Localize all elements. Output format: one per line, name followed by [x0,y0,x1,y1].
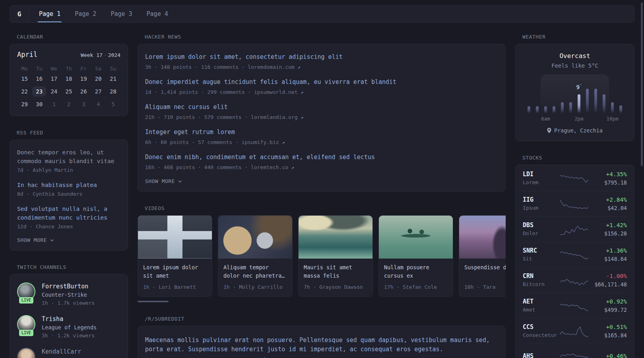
hn-item-domain-link[interactable]: ipsumify.biz [242,139,282,145]
calendar-week-label: Week 17 [81,52,103,58]
calendar-day-grid: 1516171819202122232425262728293012345 [17,73,120,110]
degree-symbol: ° [580,84,582,88]
calendar-day: 17 [47,73,61,85]
hn-item-meta-line: 16h · 468 points · 440 comments · loremt… [145,163,498,172]
stock-sparkline [559,324,589,339]
calendar-day-number: 17 [50,76,57,82]
stocks-widget: STOCKS LDILorem+4.35%$795.18IIGIpsum+2.8… [515,155,634,358]
video-card[interactable]: Aliquam tempor dolor nec pharetra…1h · M… [218,215,293,297]
stock-right: +1.42%$156.28 [589,221,627,237]
stock-row[interactable]: AETAmet+0.92%$499.72 [523,293,627,318]
twitch-channel[interactable]: LIVEForrestBurtonCounter-Strike1h · 1.7k… [17,282,120,307]
hn-item-list: Lorem ipsum dolor sit amet, consectetur … [145,53,498,172]
twitch-avatar-wrap: LIVE [17,315,35,333]
video-card-row: Lorem ipsum dolor sit amet consectetu…1h… [138,215,506,297]
weather-bar-column [600,78,608,113]
hn-item-domain-link[interactable]: ipsumworld.net [254,89,301,95]
rss-show-more-button[interactable]: SHOW MORE [17,237,54,243]
calendar-weekday: Fr [76,65,91,73]
external-link-icon: ↗ [298,64,301,70]
stock-symbol: AHS [523,352,559,358]
stock-symbol: DBS [523,221,559,230]
hn-item-meta-line: 6h · 60 points · 57 comments · ipsumify.… [145,138,498,147]
calendar-day-number: 1 [52,101,56,107]
weather-bar-column [608,78,617,113]
hn-item-title[interactable]: Integer eget rutrum lorem [145,128,498,136]
sub-item-title[interactable]: Maecenas mollis pulvinar erat non posuer… [145,336,498,354]
twitch-channel[interactable]: LIVETrishaLeague of Legends3h · 1.2k vie… [17,315,120,340]
video-card[interactable]: Nullam posuere cursus ex17h · Stefan Col… [378,215,453,297]
calendar-day-number: 18 [66,76,72,82]
stock-name: Lorem [523,179,559,187]
video-meta: 18h · Tara [464,284,506,290]
calendar-day-selected: 23 [32,86,47,97]
rss-item-title[interactable]: In hac habitasse platea [17,181,120,189]
twitch-channel-category: League of Legends [42,323,97,332]
twitch-channel[interactable]: KendallCarr [17,348,120,358]
calendar-weekday: Su [106,65,120,73]
hn-item-meta: 21h · 710 points · 579 comments · [145,114,251,120]
video-meta: 17h · Stefan Cole [384,284,448,290]
stock-right: +4.35%$795.18 [589,170,627,187]
page-scrollbar-thumb[interactable] [641,2,643,166]
stock-row[interactable]: LDILorem+4.35%$795.18 [523,166,627,191]
weather-peak-temp: 9° [576,84,582,90]
stock-symbol: CRN [523,272,559,280]
videos-scrollbar-thumb[interactable] [138,301,169,302]
hn-item-title[interactable]: Aliquam nec cursus elit [145,103,498,111]
rss-item-title[interactable]: Sed volutpat nulla nisl, a condimentum n… [17,204,120,222]
hn-item-domain-link[interactable]: loremtech.co [251,164,291,170]
calendar-day: 15 [17,73,32,85]
calendar-day: 22 [17,86,32,97]
weather-bar-column [550,78,558,113]
stock-sparkline-wrap [559,298,589,313]
calendar-day-number: 30 [36,101,43,107]
tab-page-1[interactable]: Page 1 [38,6,62,22]
hn-item: Donec imperdiet augue tincidunt felis al… [145,78,498,97]
weather-bar-column: 9° [575,78,583,113]
stock-right: +0.92%$499.72 [589,298,627,314]
calendar-day: 18 [61,73,76,85]
tab-page-2[interactable]: Page 2 [74,6,97,22]
stock-row[interactable]: AHS+0.46% [523,344,627,358]
stock-row[interactable]: IIGIpsum+2.84%$42.04 [523,191,627,216]
video-card[interactable]: Mauris sit amet massa felis7h · Grayson … [298,215,373,297]
stock-row[interactable]: SNRCSit+1.36%$148.64 [523,242,627,267]
live-badge: LIVE [19,297,33,304]
hn-item-domain-link[interactable]: loremlandia.org [251,114,301,120]
chevron-down-icon [50,238,54,243]
rss-widget: RSS FEED Donec tempor eros leo, ut commo… [10,130,128,251]
stock-row[interactable]: CRNBitcorn-1.00%$66,171.48 [523,267,627,293]
stock-symbol: CCS [523,323,559,331]
calendar-day: 21 [106,73,120,85]
weather-bar [619,105,622,113]
hn-show-more-button[interactable]: SHOW MORE [145,178,182,184]
weather-bar [569,102,572,113]
hn-item-domain-link[interactable]: loremdomain.com [248,64,297,70]
tab-page-4[interactable]: Page 4 [145,6,169,22]
rss-item-list: Donec tempor eros leo, ut commodo mauris… [17,148,120,231]
stock-row[interactable]: CCSConsectetur+0.51%$165.84 [523,318,627,344]
hn-item-title[interactable]: Lorem ipsum dolor sit amet, consectetur … [145,53,498,61]
weather-bar-column [525,78,533,113]
app-logo[interactable]: G [10,6,29,22]
hn-item-title[interactable]: Donec imperdiet augue tincidunt felis al… [145,78,498,86]
stock-sparkline-wrap [559,348,589,358]
stock-row[interactable]: DBSDolor+1.42%$156.28 [523,216,627,242]
rss-item-meta: 7d · Ashlyn Martin [17,166,120,174]
rss-item-title[interactable]: Donec tempor eros leo, ut commodo mauris… [17,148,120,165]
stock-change: +2.84% [589,196,627,204]
video-card[interactable]: Lorem ipsum dolor sit amet consectetu…1h… [138,215,212,297]
stock-name: Consectetur [523,331,559,339]
stock-right: -1.00%$66,171.48 [589,272,627,288]
video-card[interactable]: Suspendisse diam18h · Tara [459,215,506,297]
twitch-avatar-wrap [17,348,35,358]
weather-bar-column [617,78,625,113]
stock-sparkline-wrap [559,222,589,237]
stock-symbol: IIG [523,196,559,204]
calendar-day-number: 26 [80,88,87,95]
hn-item-title[interactable]: Donec enim nibh, condimentum et accumsan… [145,153,498,161]
hacker-news-card: Lorem ipsum dolor sit amet, consectetur … [138,44,506,192]
calendar-weekday-row: MoTuWeThFrSaSu [17,65,120,73]
tab-page-3[interactable]: Page 3 [109,6,133,22]
